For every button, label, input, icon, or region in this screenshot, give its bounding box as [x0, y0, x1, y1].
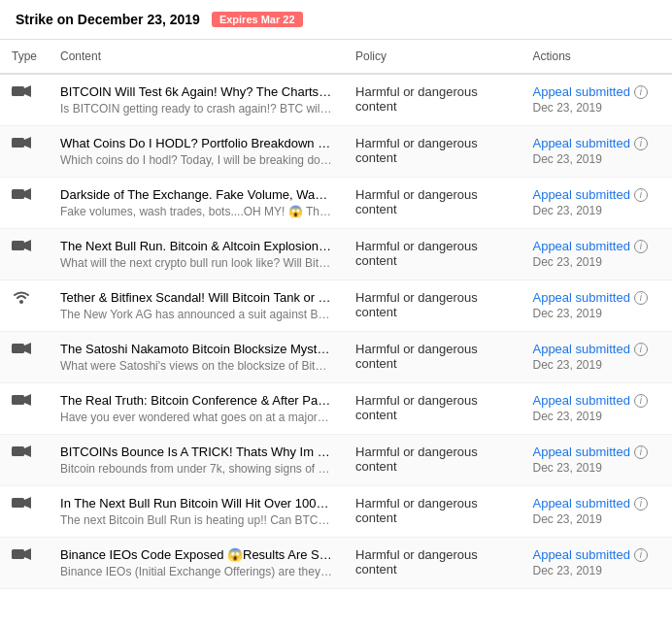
actions-cell: Appeal submittediDec 23, 2019 — [521, 178, 672, 229]
appeal-status: Appeal submitted — [532, 239, 629, 253]
policy-text: Harmful or dangerous content — [355, 84, 478, 114]
action-date: Dec 23, 2019 — [532, 255, 660, 269]
appeal-info: Appeal submittedi — [532, 187, 660, 202]
content-title[interactable]: The Real Truth: Bitcoin Conference & Aft… — [60, 393, 332, 408]
type-cell — [0, 74, 49, 126]
info-icon[interactable]: i — [634, 188, 648, 202]
action-date: Dec 23, 2019 — [532, 512, 660, 526]
col-header-type: Type — [0, 40, 49, 74]
appeal-status: Appeal submitted — [532, 342, 629, 356]
content-description: Which coins do I hodl? Today, I will be … — [60, 153, 332, 167]
policy-text: Harmful or dangerous content — [355, 136, 478, 165]
table-row: In The Next Bull Run Bitcoin Will Hit Ov… — [0, 486, 672, 538]
content-title[interactable]: Tether & Bitfinex Scandal! Will Bitcoin … — [60, 290, 332, 305]
type-cell — [0, 280, 49, 332]
content-cell: Tether & Bitfinex Scandal! Will Bitcoin … — [49, 280, 344, 332]
appeal-status: Appeal submitted — [532, 187, 629, 202]
appeal-info: Appeal submittedi — [532, 239, 660, 253]
actions-cell: Appeal submittediDec 23, 2019 — [521, 332, 672, 383]
content-title[interactable]: BITCOIN Will Test 6k Again! Why? The Cha… — [60, 84, 332, 99]
video-icon — [12, 239, 31, 252]
appeal-info: Appeal submittedi — [532, 84, 660, 99]
content-title[interactable]: What Coins Do I HODL? Portfolio Breakdow… — [60, 136, 332, 150]
type-cell — [0, 538, 49, 589]
svg-rect-13 — [12, 446, 24, 456]
content-cell: What Coins Do I HODL? Portfolio Breakdow… — [49, 126, 344, 178]
actions-cell: Appeal submittediDec 23, 2019 — [521, 229, 672, 280]
table-row: Binance IEOs Code Exposed 😱Results Are S… — [0, 538, 672, 589]
page-header: Strike on December 23, 2019 Expires Mar … — [0, 0, 672, 40]
appeal-status: Appeal submitted — [532, 84, 629, 99]
actions-cell: Appeal submittediDec 23, 2019 — [521, 486, 672, 538]
col-header-policy: Policy — [344, 40, 521, 74]
policy-text: Harmful or dangerous content — [355, 239, 478, 268]
content-title[interactable]: The Satoshi Nakamoto Bitcoin Blocksize M… — [60, 342, 332, 356]
content-description: Bitcoin rebounds from under 7k, showing … — [60, 462, 332, 476]
info-icon[interactable]: i — [634, 497, 648, 511]
svg-rect-4 — [12, 189, 24, 199]
svg-marker-14 — [24, 445, 31, 457]
svg-rect-6 — [12, 241, 24, 250]
appeal-status: Appeal submitted — [532, 547, 629, 562]
actions-cell: Appeal submittediDec 23, 2019 — [521, 383, 672, 435]
info-icon[interactable]: i — [634, 445, 648, 459]
video-icon — [12, 136, 31, 149]
content-title[interactable]: The Next Bull Run. Bitcoin & Altcoin Exp… — [60, 239, 332, 253]
policy-text: Harmful or dangerous content — [355, 547, 478, 577]
content-description: What will the next crypto bull run look … — [60, 256, 332, 270]
col-header-content: Content — [49, 40, 344, 74]
info-icon[interactable]: i — [634, 343, 648, 356]
action-date: Dec 23, 2019 — [532, 410, 660, 423]
svg-rect-17 — [12, 549, 24, 559]
svg-marker-18 — [24, 548, 31, 560]
table-row: Tether & Bitfinex Scandal! Will Bitcoin … — [0, 280, 672, 332]
appeal-info: Appeal submittedi — [532, 136, 660, 150]
info-icon[interactable]: i — [634, 548, 648, 562]
svg-marker-3 — [24, 137, 31, 148]
info-icon[interactable]: i — [634, 291, 648, 305]
policy-cell: Harmful or dangerous content — [344, 178, 521, 229]
policy-text: Harmful or dangerous content — [355, 445, 478, 474]
actions-cell: Appeal submittediDec 23, 2019 — [521, 435, 672, 486]
actions-cell: Appeal submittediDec 23, 2019 — [521, 280, 672, 332]
content-title[interactable]: Darkside of The Exchange. Fake Volume, W… — [60, 187, 332, 202]
table-row: BITCOINs Bounce Is A TRICK! Thats Why Im… — [0, 435, 672, 486]
table-body: BITCOIN Will Test 6k Again! Why? The Cha… — [0, 74, 672, 589]
appeal-status: Appeal submitted — [532, 393, 629, 408]
info-icon[interactable]: i — [634, 85, 648, 99]
content-cell: BITCOIN Will Test 6k Again! Why? The Cha… — [49, 74, 344, 126]
video-icon — [12, 496, 31, 510]
video-icon — [12, 84, 31, 98]
svg-marker-7 — [24, 240, 31, 251]
content-cell: The Satoshi Nakamoto Bitcoin Blocksize M… — [49, 332, 344, 383]
policy-cell: Harmful or dangerous content — [344, 332, 521, 383]
info-icon[interactable]: i — [634, 394, 648, 408]
video-icon — [12, 445, 31, 458]
content-title[interactable]: In The Next Bull Run Bitcoin Will Hit Ov… — [60, 496, 332, 511]
action-date: Dec 23, 2019 — [532, 564, 660, 577]
video-icon — [12, 342, 31, 355]
svg-rect-11 — [12, 395, 24, 405]
policy-cell: Harmful or dangerous content — [344, 538, 521, 589]
type-cell — [0, 435, 49, 486]
info-icon[interactable]: i — [634, 137, 648, 150]
svg-marker-12 — [24, 394, 31, 406]
content-title[interactable]: BITCOINs Bounce Is A TRICK! Thats Why Im… — [60, 445, 332, 459]
appeal-status: Appeal submitted — [532, 445, 629, 459]
content-title[interactable]: Binance IEOs Code Exposed 😱Results Are S… — [60, 547, 332, 562]
svg-marker-16 — [24, 497, 31, 509]
policy-cell: Harmful or dangerous content — [344, 280, 521, 332]
action-date: Dec 23, 2019 — [532, 204, 660, 217]
video-icon — [12, 187, 31, 201]
policy-text: Harmful or dangerous content — [355, 342, 478, 371]
svg-marker-1 — [24, 85, 31, 97]
appeal-status: Appeal submitted — [532, 496, 629, 511]
appeal-status: Appeal submitted — [532, 136, 629, 150]
svg-rect-15 — [12, 498, 24, 508]
actions-cell: Appeal submittediDec 23, 2019 — [521, 126, 672, 178]
col-header-actions: Actions — [521, 40, 672, 74]
policy-cell: Harmful or dangerous content — [344, 74, 521, 126]
policy-text: Harmful or dangerous content — [355, 393, 478, 422]
info-icon[interactable]: i — [634, 240, 648, 253]
policy-cell: Harmful or dangerous content — [344, 229, 521, 280]
